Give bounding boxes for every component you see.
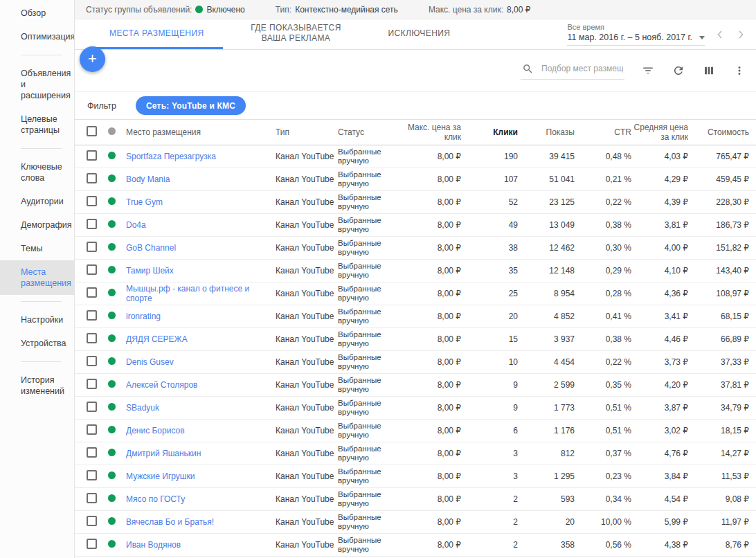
sidebar-item[interactable]: Настройки	[0, 308, 74, 332]
row-checkbox[interactable]	[87, 264, 97, 275]
cell-cost: 108,97 ₽	[688, 289, 749, 298]
row-checkbox[interactable]	[87, 539, 97, 549]
col-header-status[interactable]: Статус	[338, 127, 400, 137]
sidebar-item[interactable]: Места размещения	[0, 260, 74, 295]
sidebar-item[interactable]: Устройства	[0, 332, 74, 355]
col-header-clicks[interactable]: Клики	[461, 127, 518, 137]
row-checkbox[interactable]	[87, 242, 97, 252]
sidebar-divider	[21, 55, 62, 55]
col-header-ctr[interactable]: CTR	[575, 127, 631, 137]
row-checkbox[interactable]	[87, 333, 97, 343]
cell-impressions: 1 773	[518, 403, 575, 413]
row-checkbox[interactable]	[87, 493, 97, 503]
sidebar-item[interactable]: Целевые страницы	[0, 107, 74, 142]
row-checkbox[interactable]	[87, 356, 97, 366]
row-checkbox[interactable]	[87, 196, 97, 206]
sidebar-item[interactable]: История изменений	[0, 368, 74, 403]
placement-link[interactable]: Body Mania	[126, 174, 170, 184]
enabled-status-icon	[108, 174, 116, 182]
row-checkbox[interactable]	[87, 516, 97, 526]
row-checkbox[interactable]	[87, 470, 97, 480]
columns-icon[interactable]	[702, 64, 716, 78]
previous-period-button[interactable]	[714, 29, 726, 40]
row-checkbox[interactable]	[87, 287, 97, 298]
enabled-status-icon	[108, 517, 116, 525]
refresh-icon[interactable]	[672, 64, 685, 78]
placement-link[interactable]: Мясо по ГОСТу	[126, 494, 185, 504]
cell-max_cpc: 8,00 ₽	[400, 449, 461, 458]
cell-clicks: 35	[461, 266, 518, 276]
placement-link[interactable]: GoB Channel	[126, 243, 176, 253]
search-input[interactable]	[540, 63, 624, 74]
placement-link[interactable]: Денис Борисов	[126, 426, 185, 435]
cell-ctr: 0,41 %	[575, 312, 631, 321]
filter-list-icon[interactable]	[641, 64, 655, 78]
sidebar-item[interactable]: Темы	[0, 237, 74, 260]
row-checkbox[interactable]	[87, 219, 97, 229]
placement-link[interactable]: Дмитрий Яшанькин	[126, 449, 201, 458]
max-cpc: Макс. цена за клик: 8,00 ₽	[429, 5, 530, 15]
date-range-dropdown[interactable]: 11 мар. 2016 г. – 5 нояб. 2017 г.	[567, 33, 705, 46]
cell-status: Выбранные вручную	[338, 239, 400, 257]
cell-clicks: 6	[461, 426, 518, 435]
sidebar-item[interactable]: Аудитории	[0, 190, 74, 213]
kebab-menu-icon[interactable]	[732, 64, 746, 78]
status-filter-icon	[108, 127, 116, 135]
placement-link[interactable]: ironrating	[126, 312, 161, 321]
col-header-cost[interactable]: Стоимость	[688, 127, 749, 137]
placement-link[interactable]: ДЯДЯ СЕРЕЖА	[126, 334, 188, 344]
enabled-status-icon	[108, 540, 116, 548]
row-checkbox[interactable]	[87, 310, 97, 321]
col-header-type[interactable]: Тип	[276, 127, 338, 137]
sidebar-item[interactable]: Объявления и расширения	[0, 62, 74, 107]
placement-link[interactable]: Do4a	[126, 220, 146, 230]
cell-impressions: 2 599	[518, 380, 575, 390]
tab[interactable]: ИСКЛЮЧЕНИЯ	[368, 19, 469, 49]
next-period-button[interactable]	[735, 29, 746, 40]
col-header-placement[interactable]: Место размещения	[126, 127, 276, 137]
cell-max_cpc: 8,00 ₽	[400, 197, 461, 207]
cell-impressions: 4 852	[518, 312, 575, 321]
placement-link[interactable]: True Gym	[126, 197, 163, 207]
cell-clicks: 20	[461, 312, 518, 321]
row-checkbox[interactable]	[87, 402, 97, 412]
placement-link[interactable]: Вячеслав Бо и Братья!	[126, 517, 214, 527]
row-checkbox[interactable]	[87, 150, 97, 161]
col-header-impressions[interactable]: Показы	[518, 127, 575, 137]
cell-status: Выбранные вручную	[338, 490, 400, 508]
enabled-status-icon	[108, 357, 116, 365]
tab[interactable]: ГДЕ ПОКАЗЫВАЕТСЯ ВАША РЕКЛАМА	[223, 19, 368, 49]
app-window: ОбзорОптимизацияОбъявления и расширенияЦ…	[0, 0, 756, 558]
sidebar-item[interactable]: Оптимизация	[0, 25, 74, 48]
network-filter-chip[interactable]: Сеть: YouTube и КМС	[136, 96, 246, 115]
cell-cost: 66,89 ₽	[688, 334, 749, 344]
cell-cost: 37,81 ₽	[688, 380, 749, 390]
sidebar-item[interactable]: Ключевые слова	[0, 155, 74, 190]
cell-impressions: 1 176	[518, 426, 575, 435]
placement-link[interactable]: Мышцы.рф - канал о фитнесе и спорте	[126, 284, 249, 303]
cell-max_cpc: 8,00 ₽	[400, 357, 461, 367]
placement-link[interactable]: Иван Водянов	[126, 540, 181, 550]
cell-status: Выбранные вручную	[338, 422, 400, 440]
cell-clicks: 52	[461, 197, 518, 207]
row-checkbox[interactable]	[87, 424, 97, 435]
cell-impressions: 8 954	[518, 289, 575, 298]
add-placement-button[interactable]: +	[80, 46, 105, 72]
sidebar-item[interactable]: Демография	[0, 213, 74, 237]
col-header-avg-cpc[interactable]: Средняя цена за клик	[631, 123, 688, 142]
sidebar-item[interactable]: Обзор	[0, 1, 74, 25]
placement-link[interactable]: Denis Gusev	[126, 357, 174, 367]
cell-cost: 228,30 ₽	[688, 197, 749, 207]
row-checkbox[interactable]	[87, 447, 97, 458]
tab[interactable]: МЕСТА РАЗМЕЩЕНИЯ	[90, 19, 223, 49]
cell-impressions: 12 462	[518, 243, 575, 253]
col-header-max-cpc[interactable]: Макс. цена за клик	[400, 123, 461, 142]
row-checkbox[interactable]	[87, 173, 97, 183]
placement-link[interactable]: SBadyuk	[126, 403, 159, 413]
select-all-checkbox[interactable]	[87, 126, 97, 136]
placement-link[interactable]: Sportfaza Перезагрузка	[126, 152, 216, 161]
placement-link[interactable]: Мужские Игрушки	[126, 471, 195, 481]
placement-link[interactable]: Тамир Шейх	[126, 266, 174, 276]
row-checkbox[interactable]	[87, 379, 97, 389]
placement-link[interactable]: Алексей Столяров	[126, 380, 197, 390]
